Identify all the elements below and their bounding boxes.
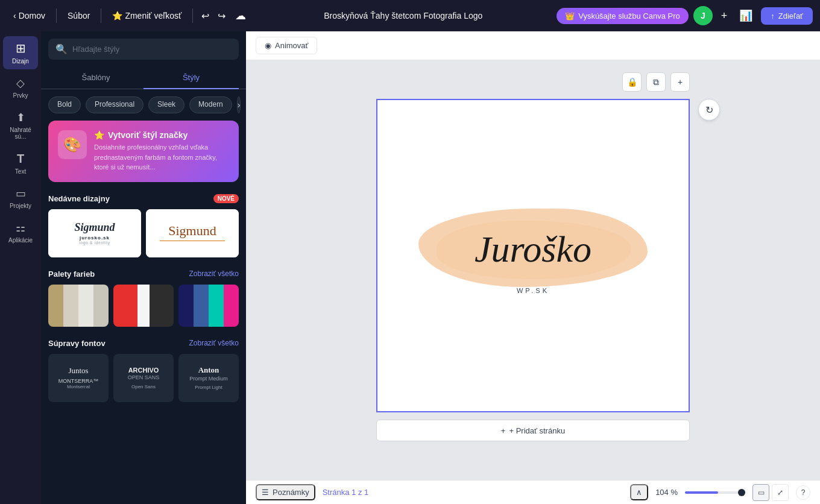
chip-modern[interactable]: Modern [189,96,232,113]
dc1-sub: logo & identity [79,241,110,245]
canvas-overlay-buttons: 🔒 ⧉ + [622,72,690,92]
sidebar-item-apps-label: Aplikácie [8,237,33,244]
dc1-url: jurosko.sk [80,235,110,241]
fonts-show-all-link[interactable]: Zobraziť všetko [189,339,239,347]
tab-templates[interactable]: Šablóny [48,67,144,89]
view-expand-button[interactable]: ⤢ [772,484,789,501]
chip-bold[interactable]: Bold [48,96,81,113]
add-icon: + [678,77,683,87]
nav-divider-1 [56,8,57,23]
zoom-slider[interactable] [685,491,745,494]
undo-button[interactable]: ↩ [198,7,213,25]
copy-button[interactable]: ⧉ [646,72,666,92]
zoom-level: 104 % [655,488,678,497]
frame-icon: ▭ [758,488,765,497]
design-card-2[interactable]: ⊙ POUŽIŤ ŠTÝL Sigmund [146,209,239,257]
chip-professional[interactable]: Professional [86,96,144,113]
help-icon: ? [801,488,806,497]
navbar: ‹ Domov Súbor ⭐ Zmeniť veľkosť ↩ ↪ ☁ Bro… [0,0,820,31]
apps-icon: ⚏ [16,221,25,235]
redo-button[interactable]: ↪ [214,7,229,25]
search-input[interactable] [72,45,232,54]
avatar[interactable]: J [693,6,713,25]
dc1-logo: Sigmund [74,221,115,234]
search-input-wrap: 🔍 [48,39,239,60]
up-chevron-button[interactable]: ∧ [630,484,648,500]
brand-style-text: ⭐ Vytvoriť štýl značky Dosiahnite profes… [94,130,229,172]
refresh-button[interactable]: ↻ [698,99,720,121]
elements-icon: ◇ [16,77,25,90]
design-card-1[interactable]: ⊙ POUŽIŤ ŠTÝL Sigmund jurosko.sk logo & … [48,209,141,257]
palette-stripe-1-1 [48,285,63,327]
logo-subtitle[interactable]: WP.SK [517,287,549,294]
panel-tabs: Šablóny Štýly [41,67,246,89]
font-card-2[interactable]: ARCHIVO OPEN SANS Open Sans [113,354,174,402]
sidebar-item-projects[interactable]: ▭ Projekty [3,182,38,214]
palette-stripe-1-3 [78,285,93,327]
font-card-3-display: Anton Prompt Medium [189,365,228,383]
palette-card-2[interactable] [113,285,174,327]
tab-styles[interactable]: Štýly [144,67,239,89]
view-frame-button[interactable]: ▭ [752,484,769,501]
palette-stripe-3-4 [224,285,239,327]
lock-button[interactable]: 🔒 [622,72,642,92]
sidebar-item-upload-label: Nahraté sú... [7,127,34,140]
sidebar-item-text[interactable]: T Text [3,147,38,180]
brand-style-card[interactable]: 🎨 ⭐ Vytvoriť štýl značky Dosiahnite prof… [48,121,239,182]
palette-stripe-1-4 [93,285,109,327]
resize-icon: ⭐ [112,11,122,20]
font-card-1-names: MONTSERRA™ Montserrat [58,378,99,389]
add-frame-button[interactable]: + [670,72,690,92]
try-pro-button[interactable]: 👑 Vyskúšajte službu Canva Pro [557,8,689,24]
palette-card-3[interactable] [178,285,239,327]
palette-stripe-3-2 [194,285,209,327]
logo-text[interactable]: Juroško [475,228,591,271]
sidebar-item-projects-label: Projekty [10,203,31,209]
chip-sleek[interactable]: Sleek [148,96,184,113]
cloud-save-button[interactable]: ☁ [232,5,250,26]
notes-button[interactable]: ☰ Poznámky [256,484,315,500]
font-sets-grid: Juntos MONTSERRA™ Montserrat ARCHIVO OPE… [48,354,239,402]
chip-more-button[interactable]: › [237,96,241,113]
chevron-left-icon: ‹ [13,11,16,20]
animate-button[interactable]: ◉ Animovať [256,37,317,54]
brand-star-icon: ⭐ [94,130,104,140]
palette-stripe-2-1 [113,285,137,327]
sidebar-item-design[interactable]: ⊞ Dizajn [3,36,38,69]
recent-section-title: Nedávne dizajny [48,194,110,203]
zoom-fill [685,491,718,494]
analytics-button[interactable]: 📊 [736,5,756,26]
main-area: ⊞ Dizajn ◇ Prvky ⬆ Nahraté sú... T Text … [0,31,820,504]
font-card-1[interactable]: Juntos MONTSERRA™ Montserrat [48,354,109,402]
add-page-icon: + [501,426,506,435]
palette-stripe-2-3 [150,285,174,327]
projects-icon: ▭ [16,187,26,200]
palettes-show-all-link[interactable]: Zobraziť všetko [189,269,239,278]
nav-resize-button[interactable]: ⭐ Zmeniť veľkosť [106,7,188,24]
add-collaborator-button[interactable]: + [718,6,731,26]
share-button[interactable]: ↑ Zdieľať [761,7,813,25]
nav-file-button[interactable]: Súbor [62,7,96,24]
canvas-viewport[interactable]: 🔒 ⧉ + Jurošk [246,60,820,480]
nav-home-button[interactable]: ‹ Domov [7,7,51,24]
design-canvas[interactable]: Juroško WP.SK [376,99,690,412]
help-button[interactable]: ? [796,485,810,500]
sidebar-item-upload[interactable]: ⬆ Nahraté sú... [3,106,38,145]
font-card-3[interactable]: Anton Prompt Medium Prompt Light [178,354,239,402]
sidebar-item-design-label: Dizajn [12,58,29,65]
palettes-grid [48,285,239,327]
palette-stripes-1 [48,285,109,327]
design-card-img-2: Sigmund [146,209,239,257]
nav-divider-2 [101,8,101,23]
sidebar-item-elements[interactable]: ◇ Prvky [3,72,38,104]
upload-icon: ⬆ [16,111,25,124]
page-indicator[interactable]: Stránka 1 z 1 [323,488,369,497]
palette-card-1[interactable] [48,285,109,327]
copy-icon: ⧉ [653,77,659,87]
sidebar-item-text-label: Text [15,168,26,175]
palette-stripe-3-1 [178,285,194,327]
zoom-thumb [738,489,745,496]
add-page-button[interactable]: + + Pridať stránku [376,420,690,441]
fonts-section-title: Súpravy fontov [48,339,106,348]
sidebar-item-apps[interactable]: ⚏ Aplikácie [3,216,38,248]
